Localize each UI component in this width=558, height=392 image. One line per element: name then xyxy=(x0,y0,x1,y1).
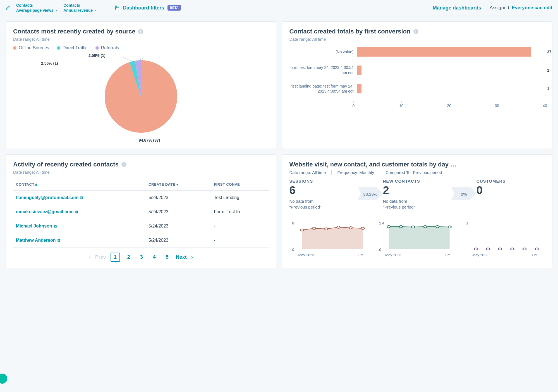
pager-page[interactable]: 4 xyxy=(150,253,159,261)
svg-point-16 xyxy=(361,227,364,229)
table-row: mmakosiewicz@gmail.com⧉ 5/24/2023 Form: … xyxy=(13,205,269,219)
legend-item-referrals[interactable]: Referrals xyxy=(95,45,119,50)
info-icon[interactable]: i xyxy=(413,29,418,34)
external-link-icon: ⧉ xyxy=(54,224,57,228)
pie-label-main: 94.87% (37) xyxy=(139,138,160,142)
hbar-row: test landing page: test form may 24, 202… xyxy=(289,84,545,94)
mini-charts: 8 0 May 2023Oct … 2.4 0 xyxy=(289,221,545,257)
sort-desc-icon: ▼ xyxy=(176,183,179,186)
th-first-conversion[interactable]: FIRST CONVE xyxy=(211,178,269,191)
card-subtitle: Date range: All time xyxy=(289,37,545,42)
hbar-label: (No value) xyxy=(289,49,354,54)
sort-icon: ⇅ xyxy=(35,183,37,186)
svg-point-12 xyxy=(312,227,316,229)
svg-point-27 xyxy=(499,248,502,250)
mini-chart-contacts: 2.4 0 May 2023Oct … xyxy=(376,221,458,257)
hbar-label: form: test form may 24, 2023 4:00:54 am … xyxy=(289,65,354,75)
hbar-fill[interactable]: 1 xyxy=(357,84,362,93)
svg-point-5 xyxy=(115,8,116,9)
cell-conv: Test Landing xyxy=(211,191,269,205)
dashboard-filters-group: Dashboard filters BETA xyxy=(114,5,181,11)
pie-svg xyxy=(102,57,180,135)
funnel-arrow: 0% xyxy=(451,187,476,201)
card-title: Contacts most recently created by source… xyxy=(13,28,269,35)
svg-point-15 xyxy=(349,227,352,229)
pie-legend: Offline Sources Direct Traffic Referrals xyxy=(13,45,269,50)
cell-date: 5/24/2023 xyxy=(146,191,211,205)
hbar-fill[interactable]: 37 xyxy=(357,47,531,57)
dropdown-line2: Average page views xyxy=(16,8,53,13)
external-link-icon: ⧉ xyxy=(80,195,83,200)
card-activity-contacts: Activity of recently created contacts i … xyxy=(6,154,276,268)
dot-icon xyxy=(57,46,60,50)
funnel-arrow: 33.33% xyxy=(358,187,383,201)
svg-point-1 xyxy=(116,6,116,6)
divider xyxy=(331,170,332,175)
cell-conv: - xyxy=(211,233,269,248)
pager-page[interactable]: 2 xyxy=(124,253,133,261)
contact-link[interactable]: Michael Johnson⧉ xyxy=(13,219,146,233)
hbar-fill[interactable]: 1 xyxy=(357,66,362,75)
info-icon[interactable]: i xyxy=(121,162,126,167)
card-title: Contact created totals by first conversi… xyxy=(289,28,545,35)
external-link-icon: ⧉ xyxy=(75,210,78,214)
filter-icon[interactable] xyxy=(114,5,119,11)
contact-link[interactable]: Matthew Anderson⧉ xyxy=(13,233,146,248)
table-row: flamingolily@protonmail.com⧉ 5/24/2023 T… xyxy=(13,191,269,205)
card-title: Activity of recently created contacts i xyxy=(13,161,269,168)
th-contact[interactable]: CONTACT⇅ xyxy=(13,178,146,191)
contacts-table: CONTACT⇅ CREATE DATE▼ FIRST CONVE flamin… xyxy=(13,178,269,248)
cell-date: 5/24/2023 xyxy=(146,205,211,219)
contact-link[interactable]: flamingolily@protonmail.com⧉ xyxy=(13,191,146,205)
edit-icon[interactable] xyxy=(6,5,11,11)
manage-dashboards-link[interactable]: Manage dashboards xyxy=(433,5,481,11)
dropdown-line1: Contacts xyxy=(63,3,80,8)
card-website-totals: Website visit, new contact, and customer… xyxy=(282,154,553,268)
svg-point-21 xyxy=(424,226,427,228)
hbar-label: test landing page: test form may 24, 202… xyxy=(289,84,354,94)
hbar-chart: (No value) 37 form: test form may 24, 20… xyxy=(289,47,545,109)
contact-link[interactable]: mmakosiewicz@gmail.com⧉ xyxy=(13,205,146,219)
pager-next-chevron-icon[interactable]: › xyxy=(191,254,193,260)
cell-date: 5/24/2023 xyxy=(146,219,211,233)
pager-page[interactable]: 1 xyxy=(111,253,120,262)
svg-point-14 xyxy=(337,226,340,228)
card-subtitle: Date range: All time xyxy=(13,37,269,42)
pager-next[interactable]: Next xyxy=(176,254,187,260)
dropdown-contacts-pageviews[interactable]: Contacts Average page views▼ xyxy=(16,3,58,13)
meta-comp: Compared To: Previous period xyxy=(385,170,442,175)
pager-page[interactable]: 5 xyxy=(163,253,171,261)
meta-freq: Frequency: Monthly xyxy=(337,170,374,175)
th-create-date[interactable]: CREATE DATE▼ xyxy=(146,178,211,191)
svg-point-26 xyxy=(487,248,490,250)
dashboard-topbar: Contacts Average page views▼ Contacts An… xyxy=(0,0,558,16)
hbar-row: (No value) 37 xyxy=(289,47,545,57)
svg-point-20 xyxy=(411,226,415,228)
svg-point-11 xyxy=(300,229,303,231)
card-title: Website visit, new contact, and customer… xyxy=(289,161,545,168)
svg-point-28 xyxy=(511,248,514,250)
dropdown-contacts-revenue[interactable]: Contacts Annual revenue▼ xyxy=(63,3,97,13)
svg-line-6 xyxy=(121,57,133,62)
pager-prev: Prev xyxy=(95,254,106,260)
beta-badge: BETA xyxy=(167,5,181,11)
assigned-value-link[interactable]: Everyone can edit xyxy=(512,5,552,10)
legend-item-direct[interactable]: Direct Traffic xyxy=(57,45,88,50)
dashboard-filters-link[interactable]: Dashboard filters xyxy=(123,5,164,11)
pie-label-s1: 2.56% (1) xyxy=(41,61,58,66)
svg-point-25 xyxy=(474,248,478,250)
info-icon[interactable]: i xyxy=(138,29,143,34)
svg-point-19 xyxy=(399,226,403,228)
cell-conv: - xyxy=(211,219,269,233)
external-link-icon: ⧉ xyxy=(58,238,60,243)
legend-item-offline[interactable]: Offline Sources xyxy=(13,45,49,50)
metric-new-contacts: NEW CONTACTS 2 No data from "Previous pe… xyxy=(383,179,451,210)
pager-prev-chevron-icon: ‹ xyxy=(89,254,91,260)
mini-chart-sessions: 8 0 May 2023Oct … xyxy=(289,221,371,257)
funnel-metrics: SESSIONS 6 No data from "Previous period… xyxy=(289,179,545,210)
pager-page[interactable]: 3 xyxy=(137,253,146,261)
dashboard-grid: Contacts most recently created by source… xyxy=(0,16,558,274)
svg-point-18 xyxy=(387,226,391,228)
svg-point-3 xyxy=(117,7,118,8)
mini-chart-customers: 1 May 2023Oct … xyxy=(463,221,545,257)
